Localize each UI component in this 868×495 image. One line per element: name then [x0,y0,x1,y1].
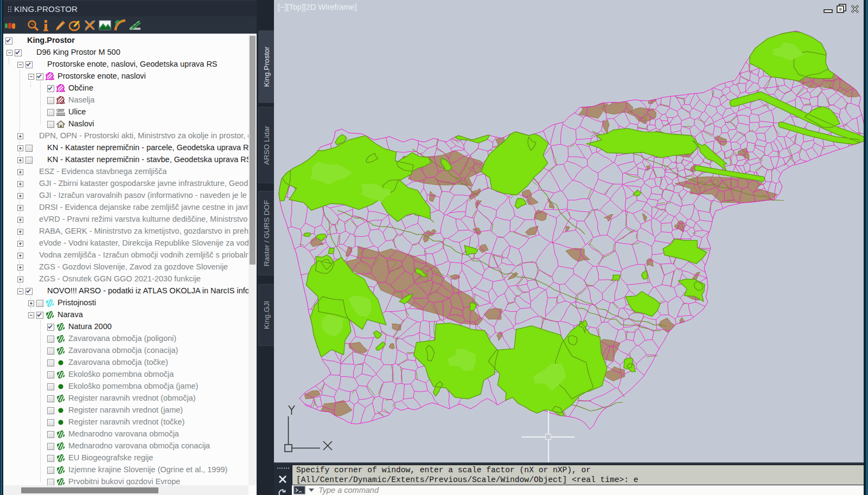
svg-text:CEST: CEST [56,108,65,112]
